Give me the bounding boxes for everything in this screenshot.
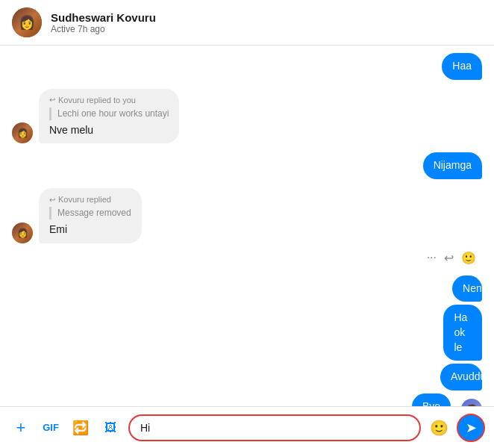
reply-label-text: Kovuru replied [58, 194, 111, 205]
emoji-button[interactable]: 🙂 [427, 416, 451, 440]
message-text: Emi [49, 223, 131, 237]
plus-icon: + [16, 418, 26, 438]
sent-bubble: Avuddule [440, 364, 482, 391]
sent-bubble: Bye [412, 393, 451, 406]
reply-label: ↩ Kovuru replied [49, 194, 131, 205]
received-avatar: 👩 [12, 122, 33, 143]
reply-quote-removed: Message removed [49, 207, 131, 220]
reply-block: ↩ Kovuru replied to you Lechi one hour w… [49, 95, 169, 120]
message-text: Nve melu [49, 123, 169, 138]
reply-quote: Lechi one hour works untayi [49, 108, 169, 120]
emoji-react-button[interactable]: 🙂 [461, 251, 476, 265]
received-avatar: 👩 [12, 223, 33, 243]
message-row: Nijamga [12, 152, 482, 179]
message-row: Haa [12, 53, 482, 80]
received-bubble: ↩ Kovuru replied Message removed Emi [39, 188, 142, 243]
photo-icon: 🖼 [104, 421, 116, 435]
message-input[interactable] [140, 422, 409, 434]
more-options-button[interactable]: ··· [427, 251, 437, 264]
gif-icon: GIF [43, 422, 59, 433]
sent-bubble: Nene [452, 276, 482, 302]
chat-area: Haa 👩 ↩ Kovuru replied to you Lechi one … [0, 46, 494, 406]
message-row: Bye 🧑 [412, 393, 482, 406]
contact-info: Sudheswari Kovuru Active 7h ago [51, 11, 156, 34]
reply-block: ↩ Kovuru replied Message removed [49, 194, 131, 220]
send-icon: ➤ [466, 420, 477, 436]
user-avatar: 🧑 [461, 399, 482, 406]
emoji-icon: 🙂 [430, 419, 448, 437]
reply-button[interactable]: ↩ [444, 251, 454, 265]
message-actions: ··· ↩ 🙂 [12, 249, 482, 267]
gif-button[interactable]: GIF [39, 416, 63, 440]
sticker-button[interactable]: 🔁 [69, 416, 93, 440]
chat-header: 👩 Sudheswari Kovuru Active 7h ago [0, 0, 494, 46]
message-input-wrapper[interactable] [128, 414, 421, 441]
reply-label-text: Kovuru replied to you [58, 95, 136, 106]
message-row: 👩 ↩ Kovuru replied Message removed Emi [12, 188, 482, 243]
contact-avatar: 👩 [12, 7, 42, 37]
message-row: Avuddule [418, 364, 482, 391]
reply-icon: ↩ [49, 95, 55, 105]
sent-message-group: Nene Ha ok le Avuddule Bye 🧑 [12, 276, 482, 406]
contact-name: Sudheswari Kovuru [51, 11, 156, 24]
add-button[interactable]: + [9, 416, 33, 440]
message-row: Nene [437, 276, 482, 302]
reply-icon: ↩ [49, 195, 55, 205]
message-row: 👩 ↩ Kovuru replied to you Lechi one hour… [12, 89, 482, 144]
sticker-icon: 🔁 [72, 420, 89, 436]
sent-bubble: Haa [442, 53, 482, 80]
message-toolbar: + GIF 🔁 🖼 🙂 ➤ [0, 406, 494, 448]
message-row: Ha ok le [423, 305, 482, 361]
send-button[interactable]: ➤ [457, 414, 485, 442]
reply-label: ↩ Kovuru replied to you [49, 95, 169, 106]
avatar-image: 👩 [12, 7, 42, 37]
received-bubble: ↩ Kovuru replied to you Lechi one hour w… [39, 89, 179, 144]
photo-button[interactable]: 🖼 [99, 416, 122, 440]
sent-bubble: Ha ok le [443, 305, 482, 361]
contact-status: Active 7h ago [51, 24, 156, 34]
sent-bubble: Nijamga [423, 152, 482, 179]
